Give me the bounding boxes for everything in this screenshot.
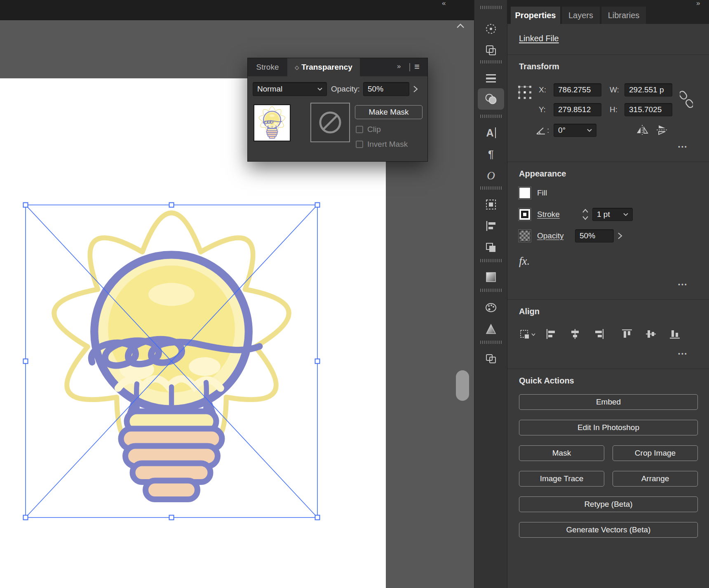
dock-grip[interactable] [480,341,502,344]
blend-mode-value: Normal [257,85,282,94]
dashed-circle-icon[interactable] [474,19,507,39]
paragraph-panel-icon[interactable]: ¶ [474,144,507,164]
opentype-panel-icon[interactable]: O [474,166,507,186]
flip-horizontal-icon[interactable] [635,125,649,135]
float-panel-collapse-icon[interactable]: » [397,62,400,71]
mask-button[interactable]: Mask [519,445,604,461]
mask-thumbnail[interactable] [310,103,350,142]
align-section-title: Align [519,307,540,316]
document-top-bar [0,0,474,20]
tab-libraries[interactable]: Libraries [601,7,646,24]
more-options-button[interactable]: ••• [678,281,688,288]
chevron-down-icon [317,87,322,91]
no-mask-icon [318,110,343,135]
tab-transparency[interactable]: ◇ Transparency [287,58,360,76]
clip-checkbox[interactable]: Clip [356,125,381,134]
fx-button[interactable]: fx. [519,255,530,268]
w-value-field[interactable]: 292.551 p [624,83,672,96]
stroke-weight-value: 1 pt [597,210,610,219]
gradient-panel-icon[interactable] [474,267,507,287]
align-vertical-center-icon[interactable] [645,328,657,340]
color-guide-panel-icon[interactable] [474,319,507,339]
stroke-panel-icon[interactable] [474,68,507,88]
symbols-panel-icon[interactable] [474,349,507,369]
transform-panel-icon[interactable] [474,195,507,214]
panel-menu-icon[interactable]: ≡ [414,61,420,72]
tab-stroke[interactable]: Stroke [248,58,287,76]
scroll-up-icon[interactable] [456,23,465,28]
linked-file-link[interactable]: Linked File [519,34,559,43]
chevron-down-icon [623,213,628,216]
artboards-panel-icon[interactable] [474,40,507,60]
dock-grip[interactable] [480,289,502,292]
character-panel-icon[interactable]: A [474,123,507,143]
object-thumbnail-image [254,105,290,141]
x-value-field[interactable]: 786.2755 [554,83,601,96]
y-label: Y: [539,103,546,116]
stroke-link[interactable]: Stroke [537,209,560,220]
dock-grip[interactable] [480,115,502,118]
align-panel-icon[interactable] [474,216,507,236]
dock-grip[interactable] [480,60,502,64]
generate-vectors-button[interactable]: Generate Vectors (Beta) [519,522,698,538]
align-top-icon[interactable] [621,328,633,340]
tab-layers[interactable]: Layers [562,7,600,24]
opacity-link[interactable]: Opacity [537,230,563,242]
align-to-dropdown[interactable] [519,328,540,341]
retype-button[interactable]: Retype (Beta) [519,496,698,512]
dock-collapse-icon[interactable]: « [442,0,445,7]
more-options-button[interactable]: ••• [678,350,688,357]
align-right-icon[interactable] [593,328,605,340]
x-label: X: [539,83,546,96]
tab-properties[interactable]: Properties [511,7,560,24]
y-value-field[interactable]: 279.8512 [554,103,601,116]
section-divider [507,369,709,369]
more-options-button[interactable]: ••• [678,143,688,150]
dock-grip[interactable] [480,6,502,9]
reference-point-locator[interactable] [515,82,535,102]
dock-grip[interactable] [480,186,502,190]
invert-mask-label: Invert Mask [367,140,408,149]
fill-label: Fill [537,187,547,199]
fill-swatch[interactable] [519,187,531,199]
align-bottom-icon[interactable] [669,328,681,340]
opacity-swatch[interactable] [519,230,531,242]
transparency-panel-icon[interactable] [478,88,504,110]
stroke-weight-stepper[interactable] [580,207,591,222]
image-trace-button[interactable]: Image Trace [519,471,604,487]
checkbox-icon [356,126,363,133]
opacity-value-field[interactable]: 50% [575,229,614,242]
object-thumbnail[interactable] [254,104,291,141]
h-label: H: [610,103,617,116]
edit-in-photoshop-button[interactable]: Edit In Photoshop [519,420,698,435]
pathfinder-panel-icon[interactable] [474,238,507,257]
arrange-button[interactable]: Arrange [613,471,698,487]
crop-image-button[interactable]: Crop Image [613,445,698,461]
embed-button[interactable]: Embed [519,394,698,410]
constrain-proportions-icon[interactable] [680,87,693,112]
checkbox-icon [356,141,363,148]
dock-grip[interactable] [480,259,502,262]
align-left-icon[interactable] [545,328,557,340]
rotation-dropdown[interactable]: 0° [554,124,596,137]
make-mask-button[interactable]: Make Mask [355,105,423,119]
opacity-expand-icon[interactable] [413,85,418,93]
angle-colon: : [547,124,549,137]
panel-collapse-icon[interactable]: » [696,0,699,7]
invert-mask-checkbox[interactable]: Invert Mask [356,140,408,149]
flip-vertical-icon[interactable] [655,125,669,135]
blend-mode-dropdown[interactable]: Normal [253,82,327,96]
opacity-expand-icon[interactable] [617,232,623,240]
section-divider [507,299,709,300]
panel-state-diamond-icon: ◇ [295,64,299,71]
h-value-field[interactable]: 315.7025 [624,103,672,116]
stroke-weight-dropdown[interactable]: 1 pt [592,208,633,221]
color-panel-icon[interactable] [474,298,507,318]
align-horizontal-center-icon[interactable] [569,328,581,340]
opacity-field[interactable]: 50% [363,82,409,96]
clip-label: Clip [367,125,381,134]
panel-dock: A ¶ O [474,0,507,588]
rotation-value: 0° [558,126,566,135]
vertical-scrollbar-thumb[interactable] [456,370,469,401]
stroke-swatch[interactable] [519,209,531,220]
